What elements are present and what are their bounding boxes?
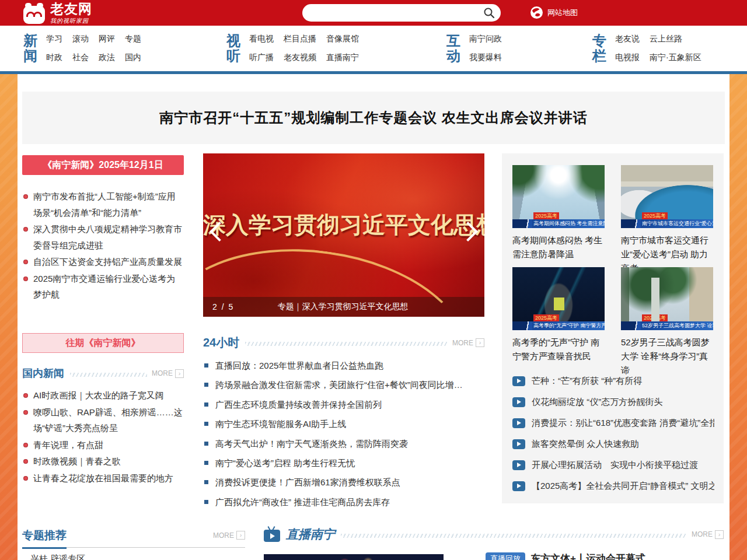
search-box[interactable] xyxy=(302,4,501,22)
nav-link[interactable]: 音像展馆 xyxy=(326,34,359,44)
video-link[interactable]: 消费提示：别让“618”优惠变套路 消费“避坑”全指南 xyxy=(512,412,714,433)
nav-link[interactable]: 网评 xyxy=(99,34,115,44)
video-card[interactable]: 2025高考 高考期间体感闷热 考生需注意防暑降温 高考期间体感闷热 考生需注意… xyxy=(512,165,605,261)
nav-link[interactable]: 云上丝路 xyxy=(650,34,682,44)
more-chevron-icon xyxy=(236,531,245,540)
list-item[interactable]: 深入贯彻中央八项规定精神学习教育市委督导组完成进驻 xyxy=(22,221,184,253)
specials-item-partial[interactable]: 兴桂 辟谣专区 xyxy=(30,554,85,560)
list-item[interactable]: 时政微视频｜青春之歌 xyxy=(22,453,184,470)
nav-group-interact: 互动 南宁问政 我要爆料 xyxy=(446,33,502,64)
nav-link[interactable]: 栏目点播 xyxy=(284,34,316,44)
sitemap-label: 网站地图 xyxy=(547,8,578,18)
news-logo-icon xyxy=(621,219,641,228)
list-item[interactable]: 让青春之花绽放在祖国最需要的地方 xyxy=(22,470,184,487)
video-link[interactable]: 开展心理拓展活动 实现中小衔接平稳过渡 xyxy=(512,454,714,475)
nav-link[interactable]: 社会 xyxy=(72,52,89,63)
nav-group-interact-label[interactable]: 互动 xyxy=(446,33,462,64)
search-input[interactable] xyxy=(312,4,477,23)
nav-group-media-label[interactable]: 视听 xyxy=(226,33,242,64)
logo-title: 老友网 xyxy=(50,2,92,16)
content-panel: 南宁市召开“十五五”规划编制工作专题会议 农生文出席会议并讲话 《南宁新闻》20… xyxy=(18,74,729,560)
site-logo[interactable]: 老友网 我的视听家园 xyxy=(23,2,92,25)
news24-more-link[interactable]: MORE xyxy=(452,338,484,347)
list-item[interactable]: 南宁“爱心送考”启程 助考生行程无忧 xyxy=(203,453,484,473)
video-link-list: 芒种：“芒”有所获 “种”有所得 仪花绚丽绽放 “仪”态万方扮靓街头 消费提示：… xyxy=(512,370,714,496)
video-card[interactable]: 2025高考 52岁男子三战高考圆梦大学 诠释“终身学习”真谛 52岁男子三战高… xyxy=(621,267,713,377)
list-item[interactable]: 消费投诉更便捷！广西新增61家消费维权联系点 xyxy=(203,473,484,492)
video-tag: 2025高考 xyxy=(642,314,668,321)
news-logo-icon xyxy=(512,321,532,330)
video-card[interactable]: 2025高考 高考季的“无声”守护 南宁警方严查噪音扰民 高考季的“无声”守护 … xyxy=(512,267,605,363)
national-news-title: 国内新闻 xyxy=(22,366,64,380)
nav-link[interactable]: 滚动 xyxy=(72,34,89,44)
live-more-link[interactable]: MORE xyxy=(692,530,724,539)
top-headline[interactable]: 南宁市召开“十五五”规划编制工作专题会议 农生文出席会议并讲话 xyxy=(159,108,588,127)
video-thumbnail[interactable]: 2025高考 52岁男子三战高考圆梦大学 诠释“终身学习”真谛 xyxy=(621,267,713,330)
list-item[interactable]: 高考天气出炉！南宁天气逐渐炎热，需防阵雨突袭 xyxy=(203,434,484,453)
nav-link[interactable]: 直播南宁 xyxy=(326,52,359,63)
list-item[interactable]: 广西生态环境质量持续改善并保持全国前列 xyxy=(203,395,484,414)
news-logo-icon xyxy=(621,321,641,330)
hatch-divider xyxy=(245,342,448,346)
video-link[interactable]: 【2025高考】全社会共同开启“静音模式” 文明之… xyxy=(512,475,714,496)
nav-link[interactable]: 专题 xyxy=(125,34,141,44)
list-item[interactable]: 嘹啰山歌、RAP辟谣、相亲辨谣……这场“铲谣”大秀亮点纷呈 xyxy=(22,404,184,436)
national-more-link[interactable]: MORE xyxy=(152,369,184,378)
live-thumbnail[interactable] xyxy=(264,554,444,560)
news24-title: 24小时 xyxy=(203,335,239,351)
list-item[interactable]: 南宁生态环境智能服务AI助手上线 xyxy=(203,414,484,433)
news-logo-icon xyxy=(512,219,532,228)
play-icon xyxy=(512,460,525,470)
list-item[interactable]: 直播回放：2025年世界献血者日公益热血跑 xyxy=(203,356,484,375)
play-icon xyxy=(512,376,525,386)
video-thumbnail[interactable]: 2025高考 高考期间体感闷热 考生需注意防暑降温 xyxy=(512,165,605,228)
nav-link[interactable]: 南宁问政 xyxy=(469,34,502,44)
live-item-title[interactable]: 东方文体+丨运动会开幕式 xyxy=(530,552,645,560)
nav-group-columns-label[interactable]: 专栏 xyxy=(592,33,608,64)
list-item[interactable]: 自治区下达资金支持铝产业高质量发展 xyxy=(22,254,184,270)
live-replay-item[interactable]: 直播回放 东方文体+丨运动会开幕式 xyxy=(486,552,645,560)
top-headline-band[interactable]: 南宁市召开“十五五”规划编制工作专题会议 农生文出席会议并讲话 xyxy=(22,92,725,144)
nav-link[interactable]: 我要爆料 xyxy=(469,52,502,63)
video-link[interactable]: 仪花绚丽绽放 “仪”态万方扮靓街头 xyxy=(512,391,714,412)
nav-link[interactable]: 听广播 xyxy=(249,52,274,63)
nav-link[interactable]: 国内 xyxy=(125,52,141,63)
nav-link[interactable]: 电视报 xyxy=(615,52,640,63)
live-section-header: 直播南宁 MORE xyxy=(264,526,724,542)
video-link[interactable]: 旅客突然晕倒 众人快速救助 xyxy=(512,433,714,454)
nav-link[interactable]: 学习 xyxy=(46,34,62,44)
nav-link[interactable]: 看电视 xyxy=(249,34,274,44)
sitemap-link[interactable]: 网站地图 xyxy=(530,6,578,19)
nanning-news-list: 南宁市发布首批“人工智能+制造”应用场景“机会清单”和“能力清单” 深入贯彻中央… xyxy=(22,188,184,303)
video-caption[interactable]: 高考季的“无声”守护 南宁警方严查噪音扰民 xyxy=(512,335,605,363)
video-thumbnail[interactable]: 2025高考 南宁市城市客运交通行业“爱心送考”启动 助力高考 xyxy=(621,165,713,228)
more-chevron-icon xyxy=(715,530,724,539)
video-thumbnail[interactable]: 2025高考 高考季的“无声”守护 南宁警方严查噪音扰民 xyxy=(512,267,605,330)
carousel-caption[interactable]: 专题｜深入学习贯彻习近平文化思想 xyxy=(234,302,452,312)
list-item[interactable]: 跨场景融合激发住宿新需求，美团旅行“住宿+餐饮”间夜同比增… xyxy=(203,375,484,394)
video-card[interactable]: 2025高考 南宁市城市客运交通行业“爱心送考”启动 助力高考 南宁市城市客运交… xyxy=(621,165,713,275)
nav-group-columns: 专栏 老友说 云上丝路 电视报 南宁·五象新区 xyxy=(592,33,701,64)
list-item[interactable]: AI时政画报｜大农业的路子宽又阔 xyxy=(22,387,184,404)
list-item[interactable]: 广西拟允许“商改住” 推进非住宅商品房去库存 xyxy=(203,492,484,512)
list-item[interactable]: 青年说理，有点甜 xyxy=(22,437,184,453)
search-icon[interactable] xyxy=(483,7,495,19)
nav-group-news: 新闻 学习 滚动 网评 专题 时政 社会 政法 国内 xyxy=(23,33,141,64)
nav-link[interactable]: 时政 xyxy=(46,52,62,63)
nav-link[interactable]: 南宁·五象新区 xyxy=(650,52,701,63)
carousel-page-indicator: 2 / 5 xyxy=(212,302,234,312)
video-link[interactable]: 芒种：“芒”有所获 “种”有所得 xyxy=(512,370,714,391)
archive-button[interactable]: 往期《南宁新闻》 xyxy=(22,333,184,353)
video-caption[interactable]: 高考期间体感闷热 考生需注意防暑降温 xyxy=(512,233,605,261)
list-item[interactable]: 南宁市发布首批“人工智能+制造”应用场景“机会清单”和“能力清单” xyxy=(22,188,184,220)
nav-link[interactable]: 老友说 xyxy=(615,34,640,44)
hero-carousel[interactable]: 深入学习贯彻习近平文化思想 2 / 5 专题｜深入学习贯彻习近平文化思想 xyxy=(203,153,484,317)
specials-more-link[interactable]: MORE xyxy=(213,531,245,540)
nav-link[interactable]: 老友视频 xyxy=(284,52,316,63)
play-icon xyxy=(512,397,525,407)
nav-group-news-label[interactable]: 新闻 xyxy=(23,33,39,64)
play-icon xyxy=(512,418,525,428)
nav-link[interactable]: 政法 xyxy=(99,52,115,63)
nanning-news-date-button[interactable]: 《南宁新闻》2025年12月1日 xyxy=(22,155,184,175)
list-item[interactable]: 2025南宁市交通运输行业爱心送考为梦护航 xyxy=(22,271,184,303)
